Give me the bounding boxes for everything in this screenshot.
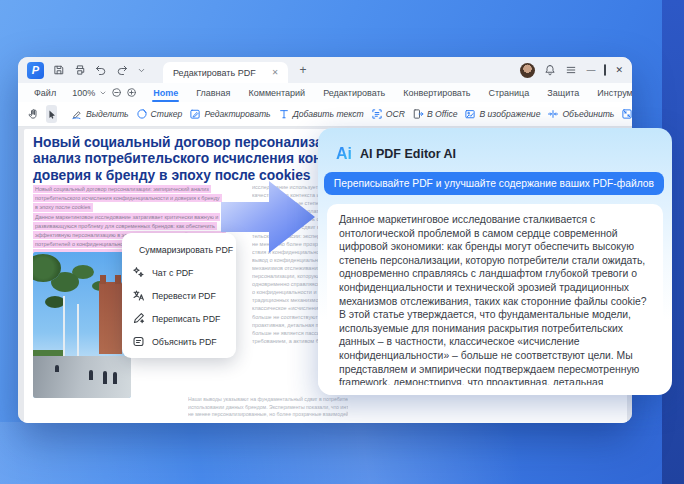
ocr-icon xyxy=(371,108,383,120)
tab-home[interactable]: Home xyxy=(147,88,184,98)
ribbon-tool-label: OCR xyxy=(386,109,405,119)
ribbon-tool-sticker[interactable]: Стикер xyxy=(136,108,183,120)
ai-rewrite-button[interactable]: Переписывайте PDF и улучшайте содержание… xyxy=(324,172,664,195)
ai-panel-header: Ai AI PDF Editor AI xyxy=(318,128,672,163)
save-button[interactable] xyxy=(53,64,65,76)
ribbon-tool-to-office[interactable]: В Office xyxy=(412,108,458,120)
undo-button[interactable] xyxy=(95,64,107,76)
quick-access-caret[interactable] xyxy=(137,66,146,75)
app-logo[interactable]: P xyxy=(27,62,44,79)
maximize-button[interactable] xyxy=(604,65,606,75)
document-tab-label: Редактировать PDF xyxy=(173,68,256,78)
menu-item-label: Переписать PDF xyxy=(152,314,220,324)
menu-item-label: Перевести PDF xyxy=(152,291,216,301)
select-tool-button[interactable] xyxy=(46,105,57,123)
ai-logo: Ai xyxy=(336,145,352,163)
sparkles-icon xyxy=(132,266,145,279)
ribbon-tool-highlight[interactable]: Выделить xyxy=(71,108,129,120)
menu-item-label: Чат с PDF xyxy=(152,268,193,278)
compress-icon xyxy=(621,108,632,120)
tab-comment[interactable]: Комментарий xyxy=(242,88,311,98)
redo-button[interactable] xyxy=(116,64,128,76)
redo-icon xyxy=(116,64,128,76)
ribbon-tool-ocr[interactable]: OCR xyxy=(371,108,405,120)
ribbon-tool-to-image[interactable]: В изображение xyxy=(464,108,540,120)
hand-icon xyxy=(27,108,39,120)
highlight-line: в эпоху после cookies xyxy=(33,203,93,211)
ribbon-tool-label: Стикер xyxy=(151,109,183,119)
minimize-button[interactable]: — xyxy=(586,65,595,75)
ai-context-menu: Суммаризировать PDF Чат с PDF Перевести … xyxy=(122,233,236,358)
ai-panel-title: AI PDF Editor AI xyxy=(360,147,456,161)
caret-down-icon[interactable] xyxy=(99,89,107,97)
menu-item-explain[interactable]: Объяснить PDF xyxy=(122,330,236,353)
document-tab[interactable]: Редактировать PDF ✕ xyxy=(163,62,288,83)
menubar: Файл 100% Home Главная Комментарий Редак… xyxy=(18,83,632,102)
hamburger-icon xyxy=(565,64,577,76)
zoom-controls: 100% xyxy=(72,87,137,98)
ribbon-tool-label: Редактировать xyxy=(204,109,270,119)
menu-item-label: Суммаризировать PDF xyxy=(139,245,233,255)
ribbon-tool-merge[interactable]: Объединить xyxy=(547,108,614,120)
caret-down-icon xyxy=(137,66,146,75)
photo-brick-arch xyxy=(99,282,122,354)
menu-item-label: Объяснить PDF xyxy=(152,337,217,347)
bell-icon xyxy=(544,64,556,76)
tab-page[interactable]: Страница xyxy=(482,88,535,98)
print-button[interactable] xyxy=(74,64,86,76)
highlight-line: Новый социальный договор персонализации:… xyxy=(33,185,211,193)
desktop-light-sheen xyxy=(0,422,662,484)
notifications-button[interactable] xyxy=(544,64,556,76)
new-tab-button[interactable]: + xyxy=(299,63,306,77)
photo-lamp-post xyxy=(63,296,65,356)
tab-tools[interactable]: Инструменты xyxy=(591,88,632,98)
zoom-out-icon[interactable] xyxy=(111,87,122,98)
ai-panel: Ai AI PDF Editor AI Переписывайте PDF и … xyxy=(318,128,672,395)
highlight-line: потребительского исчисления конфиденциал… xyxy=(33,194,222,202)
ribbon-tool-edit[interactable]: Редактировать xyxy=(189,108,270,120)
ai-button-row: Переписывайте PDF и улучшайте содержание… xyxy=(318,163,672,195)
tab-edit[interactable]: Редактировать xyxy=(317,88,391,98)
ribbon-tool-label: Объединить xyxy=(562,109,614,119)
minimize-icon: — xyxy=(586,65,595,75)
ribbon-tool-label: Выделить xyxy=(86,109,129,119)
menu-item-chat[interactable]: Чат с PDF xyxy=(122,261,236,284)
highlight-line: развивающуюся проблему для современных б… xyxy=(33,222,217,230)
main-menu-button[interactable] xyxy=(565,64,577,76)
tab-convert[interactable]: Конвертировать xyxy=(397,88,476,98)
zoom-level-value[interactable]: 100% xyxy=(72,88,95,98)
titlebar: P Редактировать PDF ✕ + — ✕ xyxy=(18,57,632,83)
add-text-icon xyxy=(278,108,290,120)
ribbon-tool-label: В изображение xyxy=(479,109,540,119)
ribbon-tool-label: В Office xyxy=(427,109,458,119)
photo-pedestrian xyxy=(103,371,107,384)
ribbon-tool-label: Добавить текст xyxy=(293,109,364,119)
to-office-icon xyxy=(412,108,424,120)
avatar[interactable] xyxy=(520,63,535,78)
document-footer-text: Наши выводы указывают на фундаментальный… xyxy=(188,396,348,419)
tab-protect[interactable]: Защита xyxy=(541,88,585,98)
hand-tool-button[interactable] xyxy=(27,105,39,123)
sticker-icon xyxy=(136,108,148,120)
explain-icon xyxy=(132,335,145,348)
edit-pencil-icon xyxy=(189,108,201,120)
highlight-line: Данное маркетинговое исследование затраг… xyxy=(33,213,220,221)
menu-item-rewrite[interactable]: Переписать PDF xyxy=(122,307,236,330)
ribbon-toolbar: Выделить Стикер Редактировать Добавить т… xyxy=(18,102,632,127)
ribbon-tool-compress[interactable]: Сжать xyxy=(621,108,632,120)
undo-icon xyxy=(95,64,107,76)
cursor-icon xyxy=(46,109,57,120)
save-icon xyxy=(53,64,65,76)
photo-pedestrian xyxy=(89,370,93,380)
photo-lamp-post xyxy=(77,304,79,356)
tab-glavnaya[interactable]: Главная xyxy=(190,88,236,98)
merge-icon xyxy=(547,108,559,120)
ai-result-text[interactable]: Данное маркетинговое исследование сталки… xyxy=(327,204,663,385)
tab-close-icon[interactable]: ✕ xyxy=(272,68,279,77)
zoom-in-icon[interactable] xyxy=(126,87,137,98)
window-close-button[interactable]: ✕ xyxy=(615,65,623,75)
ribbon-tool-add-text[interactable]: Добавить текст xyxy=(278,108,364,120)
menu-item-summarize[interactable]: Суммаризировать PDF xyxy=(122,238,236,261)
file-menu[interactable]: Файл xyxy=(34,88,56,98)
menu-item-translate[interactable]: Перевести PDF xyxy=(122,284,236,307)
